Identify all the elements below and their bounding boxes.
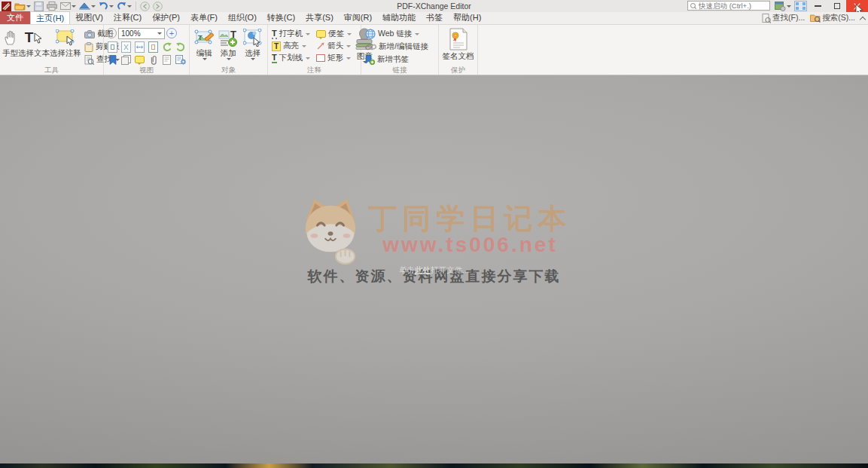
tab-form[interactable]: 表单(F) [185,11,223,24]
close-button[interactable] [846,0,868,12]
tab-help[interactable]: 帮助(H) [448,11,486,24]
edit-object-icon: T [194,26,215,49]
group-label-links: 链接 [361,66,438,75]
quick-access-toolbar [0,0,163,12]
bookmark-icon [109,55,117,65]
fields-pane-button[interactable] [160,54,173,66]
highlight-icon: T [272,41,281,51]
add-edit-link-button[interactable]: 新增/编辑链接 [364,41,430,53]
ui-options-button[interactable] [773,0,793,12]
toolbar-separator [136,2,136,11]
open-file-hint-link[interactable]: 此处 [415,265,431,274]
redo-button[interactable] [116,1,132,11]
find-icon [84,55,94,65]
web-link-button[interactable]: Web 链接 [364,28,430,40]
sign-document-icon [449,26,468,52]
rotate-cw-button[interactable] [174,41,187,53]
edit-object-button[interactable]: T 编辑 [192,26,216,66]
comments-pane-button[interactable] [133,54,146,66]
select-text-button[interactable]: T 选择文本 [18,26,50,66]
watermark-url: www.ts006.net [382,234,557,256]
attachments-pane-button[interactable] [147,54,160,66]
print-button[interactable] [46,1,58,11]
minimize-button[interactable] [809,0,827,12]
ribbon-tab-strip: 文件 主页(H) 视图(V) 注释(C) 保护(P) 表单(F) 组织(O) 转… [0,12,868,25]
launch-application-button[interactable] [78,1,96,11]
chain-link-icon [365,43,376,51]
tab-organize[interactable]: 组织(O) [223,11,262,24]
tab-accessibility[interactable]: 辅助功能 [377,11,421,24]
sign-document-button[interactable]: 签名文档 [441,26,475,66]
zoom-value: 100% [121,29,141,38]
tab-view[interactable]: 视图(V) [70,11,108,24]
ribbon-group-tools: 手型 T 选择文本 选择注释 截图 剪贴板 [0,25,104,75]
titlebar: PDF-XChange Editor [0,0,868,12]
save-button[interactable] [33,1,44,11]
email-button[interactable] [59,1,77,11]
select-object-icon [243,26,263,49]
quick-launch-input[interactable] [699,2,759,10]
go-forward-button[interactable] [152,1,163,11]
ribbon-group-view: − 100% + [104,25,190,75]
document-icon [163,55,171,65]
group-label-tools: 工具 [0,66,103,75]
maximize-button[interactable] [827,0,846,12]
arrow-icon [316,41,325,50]
quick-launch-search[interactable] [687,1,770,11]
dog-mascot-icon [297,194,364,265]
thumbnails-pane-button[interactable] [120,54,132,66]
paperclip-icon [149,55,158,65]
rotate-ccw-button[interactable] [160,41,173,53]
app-logo-icon[interactable] [1,1,12,11]
find-command[interactable]: 查找(F)... [762,13,805,23]
actual-size-button[interactable] [106,41,119,53]
hand-icon [3,26,18,49]
bookmark-add-icon [365,55,375,65]
rectangle-annotation-button[interactable]: 矩形 [315,52,353,64]
desktop-sliver [0,463,868,468]
select-object-button[interactable]: 选择 [241,26,265,66]
group-label-comments: 注释 [268,66,361,75]
ribbon-group-links: Web 链接 新增/编辑链接 新增书签 链接 [361,25,439,75]
watermark-title: 丁同学日记本 [369,203,572,234]
tab-convert[interactable]: 转换(C) [262,11,300,24]
sticky-note-button[interactable]: 便签 [315,28,353,40]
group-label-objects: 对象 [190,66,267,75]
open-file-button[interactable] [14,1,32,11]
collapse-ribbon-button[interactable] [860,16,866,22]
select-comments-icon [56,26,75,49]
arrow-annotation-button[interactable]: 箭头 [315,40,353,52]
document-workspace[interactable]: 丁同学日记本 www.ts006.net 软件、资源、资料网盘直接分享下载 单击… [0,75,868,463]
fit-width-button[interactable] [133,41,146,53]
pane-gear-icon [175,55,186,65]
zoom-out-button[interactable]: − [106,28,117,38]
tab-home[interactable]: 主页(H) [30,11,70,24]
go-back-button[interactable] [139,1,151,11]
tab-share[interactable]: 共享(S) [300,11,339,24]
fit-page-button[interactable] [120,41,132,53]
panes-options-button[interactable] [174,54,187,66]
fit-visible-button[interactable] [147,41,160,53]
rotate-left-icon [162,42,172,52]
undo-button[interactable] [98,1,114,11]
tab-file[interactable]: 文件 [0,11,30,24]
highlight-button[interactable]: T 高亮 [270,40,312,52]
tab-protect[interactable]: 保护(P) [147,11,185,24]
select-comments-button[interactable]: 选择注释 [50,26,81,66]
add-object-button[interactable]: T 添加 [216,26,240,66]
camera-icon [84,30,95,38]
hand-tool-button[interactable]: 手型 [2,26,18,66]
tab-comment[interactable]: 注释(C) [108,11,147,24]
layout-toggle-button[interactable] [793,0,809,12]
underline-button[interactable]: T 下划线 [270,52,312,64]
zoom-in-button[interactable]: + [166,28,177,38]
search-command[interactable]: 搜索(S)... [810,13,855,23]
group-label-view: 视图 [104,66,189,75]
tab-review[interactable]: 审阅(R) [339,11,377,24]
typewriter-button[interactable]: T 打字机 [270,28,312,40]
add-bookmark-button[interactable]: 新增书签 [364,54,430,66]
zoom-level-select[interactable]: 100% [118,28,165,39]
tab-bookmarks[interactable]: 书签 [421,11,448,24]
svg-text:T: T [198,34,203,41]
bookmarks-pane-button[interactable] [106,54,119,66]
